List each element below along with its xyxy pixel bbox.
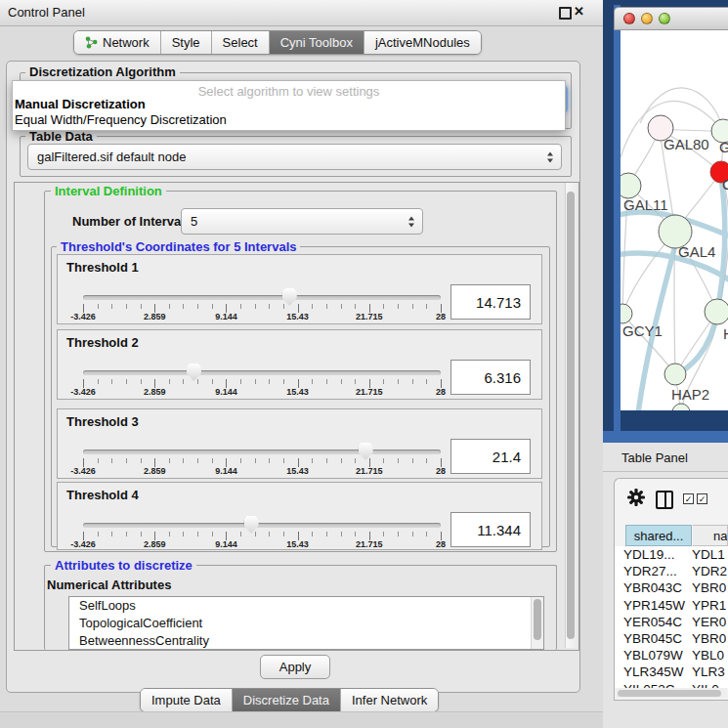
axis-tick-label: 28 bbox=[436, 387, 446, 397]
table-row[interactable]: YDR27...YDR2 bbox=[615, 563, 728, 579]
status-strip bbox=[0, 711, 603, 728]
cell-name[interactable]: YBR0 bbox=[692, 580, 726, 595]
column-checkbox-icons[interactable]: ✓ ✓ bbox=[683, 493, 707, 504]
cell-shared-name[interactable]: YBR045C bbox=[615, 631, 692, 646]
cell-name[interactable]: YBL0 bbox=[692, 648, 724, 663]
cell-name[interactable]: YBR0 bbox=[692, 631, 726, 646]
tab-label: Select bbox=[223, 35, 258, 50]
threshold-4-box: Threshold 4 -3.4262.8599.14415.4321.7152… bbox=[57, 482, 542, 550]
interval-definition-title: Interval Definition bbox=[51, 184, 166, 198]
close-traffic-light-icon[interactable] bbox=[623, 13, 635, 24]
table-row[interactable]: YDL19...YDL1 bbox=[615, 546, 728, 563]
tab-infer-network[interactable]: Infer Network bbox=[341, 689, 438, 711]
cell-shared-name[interactable]: YBR043C bbox=[615, 580, 692, 595]
axis-tick-label: -3.426 bbox=[70, 387, 96, 397]
column-header-shared-name[interactable]: shared... bbox=[625, 525, 692, 546]
list-scrollbar[interactable] bbox=[531, 597, 543, 649]
cell-shared-name[interactable]: YDL19... bbox=[615, 547, 692, 562]
cell-shared-name[interactable]: YBL079W bbox=[615, 648, 692, 663]
cell-shared-name[interactable]: YLR345W bbox=[615, 664, 692, 679]
algorithm-group-title: Discretization Algorithm bbox=[25, 64, 180, 79]
combo-arrows-icon bbox=[408, 216, 414, 227]
network-node[interactable] bbox=[705, 299, 728, 324]
cell-shared-name[interactable]: YDR27... bbox=[615, 564, 692, 578]
table-data-group-title: Table Data bbox=[25, 129, 97, 144]
threshold-4-label: Threshold 4 bbox=[66, 488, 139, 502]
tab-label: Discretize Data bbox=[243, 693, 329, 707]
node-label: GAL80 bbox=[664, 136, 709, 152]
close-icon[interactable]: ✕ bbox=[574, 4, 584, 19]
zoom-traffic-light-icon[interactable] bbox=[659, 13, 670, 24]
float-window-icon[interactable] bbox=[559, 7, 572, 20]
threshold-4-value-field[interactable]: 11.344 bbox=[450, 512, 531, 547]
apply-button[interactable]: Apply bbox=[260, 655, 330, 679]
table-row[interactable]: YBL079WYBL0 bbox=[615, 647, 728, 664]
network-node[interactable] bbox=[621, 304, 632, 323]
checkbox-icon[interactable]: ✓ bbox=[683, 493, 694, 504]
column-header-name[interactable]: na bbox=[693, 525, 728, 546]
table-row[interactable]: YBR043CYBR0 bbox=[615, 579, 728, 596]
thresholds-group-title: Threshold's Coordinates for 5 Intervals bbox=[57, 239, 300, 254]
columns-icon[interactable] bbox=[656, 491, 673, 509]
checkbox-icon[interactable]: ✓ bbox=[697, 493, 707, 504]
tab-select[interactable]: Select bbox=[212, 31, 270, 54]
threshold-3-slider[interactable] bbox=[83, 450, 441, 454]
num-intervals-combobox[interactable]: 5 bbox=[181, 208, 423, 235]
threshold-2-value-field[interactable]: 6.316 bbox=[450, 360, 531, 395]
table-row[interactable]: YER054CYER0 bbox=[615, 614, 728, 630]
list-scrollbar-thumb[interactable] bbox=[534, 599, 541, 640]
tab-network[interactable]: Network bbox=[74, 31, 161, 54]
threshold-2-slider[interactable] bbox=[83, 370, 441, 375]
tab-jactivemnodules[interactable]: jActiveMNodules bbox=[364, 31, 481, 54]
axis-tick-label: 28 bbox=[436, 466, 446, 476]
slider-axis-labels: -3.4262.8599.14415.4321.71528 bbox=[83, 466, 441, 478]
dropdown-option-manual[interactable]: Manual Discretization bbox=[15, 97, 146, 111]
tab-style[interactable]: Style bbox=[161, 31, 212, 54]
threshold-3-value-field[interactable]: 21.4 bbox=[450, 439, 531, 474]
network-node[interactable] bbox=[621, 173, 641, 198]
table-row[interactable]: YIL052CYIL0 bbox=[615, 681, 728, 689]
tab-cyni-toolbox[interactable]: Cyni Toolbox bbox=[270, 31, 364, 54]
threshold-3-box: Threshold 3 -3.4262.8599.14415.4321.7152… bbox=[57, 408, 542, 479]
cell-name[interactable]: YLR3 bbox=[692, 664, 725, 679]
table-row[interactable]: YBR045CYBR0 bbox=[615, 630, 728, 647]
numerical-attributes-list[interactable]: SelfLoopsTopologicalCoefficientBetweenne… bbox=[68, 596, 544, 650]
cell-name[interactable]: YER0 bbox=[692, 615, 726, 629]
attribute-list-item[interactable]: SelfLoops bbox=[69, 597, 543, 615]
node-label: H bbox=[723, 325, 728, 342]
threshold-4-slider[interactable] bbox=[83, 523, 441, 528]
cell-shared-name[interactable]: YPR145W bbox=[615, 598, 692, 613]
tab-discretize-data[interactable]: Discretize Data bbox=[233, 689, 341, 711]
network-node[interactable] bbox=[672, 404, 690, 410]
threshold-1-slider[interactable] bbox=[83, 295, 441, 300]
attribute-list-item[interactable]: TopologicalCoefficient bbox=[69, 615, 543, 632]
attribute-list-item[interactable]: BetweennessCentrality bbox=[69, 632, 543, 650]
cell-name[interactable]: YDL1 bbox=[692, 547, 725, 562]
axis-tick-label: 21.715 bbox=[356, 312, 383, 321]
tab-label: jActiveMNodules bbox=[375, 35, 470, 50]
network-canvas[interactable]: GAL80GACGAL11GAL4GCY1HHAP2 bbox=[621, 30, 728, 410]
threshold-1-value-field[interactable]: 14.713 bbox=[450, 284, 531, 320]
settings-gear-icon[interactable] bbox=[627, 489, 645, 510]
top-tabbar: Network Style Select Cyni Toolbox jActiv… bbox=[73, 30, 482, 55]
table-row[interactable]: YLR345WYLR3 bbox=[615, 664, 728, 680]
vertical-scrollbar-thumb[interactable] bbox=[567, 192, 575, 639]
threshold-3-label: Threshold 3 bbox=[66, 414, 139, 429]
tab-impute-data[interactable]: Impute Data bbox=[141, 689, 233, 711]
minimize-traffic-light-icon[interactable] bbox=[641, 13, 653, 24]
slider-axis-labels: -3.4262.8599.14415.4321.71528 bbox=[83, 539, 441, 551]
cell-shared-name[interactable]: YER054C bbox=[615, 615, 692, 629]
table-rows[interactable]: YDL19...YDL1YDR27...YDR2YBR043CYBR0YPR14… bbox=[615, 546, 728, 688]
threshold-2-label: Threshold 2 bbox=[66, 335, 139, 350]
horizontal-scrollbar-thumb[interactable] bbox=[618, 690, 721, 697]
table-data-combobox[interactable]: galFiltered.sif default node bbox=[27, 144, 562, 170]
tab-label: Infer Network bbox=[352, 693, 427, 707]
network-node[interactable] bbox=[664, 364, 686, 385]
table-row[interactable]: YPR145WYPR1 bbox=[615, 597, 728, 614]
divider bbox=[603, 471, 728, 472]
cell-name[interactable]: YDR2 bbox=[692, 564, 727, 578]
network-icon bbox=[85, 36, 98, 49]
dropdown-option-equal-width[interactable]: Equal Width/Frequency Discretization bbox=[15, 112, 227, 127]
network-window-titlebar[interactable] bbox=[614, 7, 728, 30]
cell-name[interactable]: YPR1 bbox=[692, 598, 726, 613]
